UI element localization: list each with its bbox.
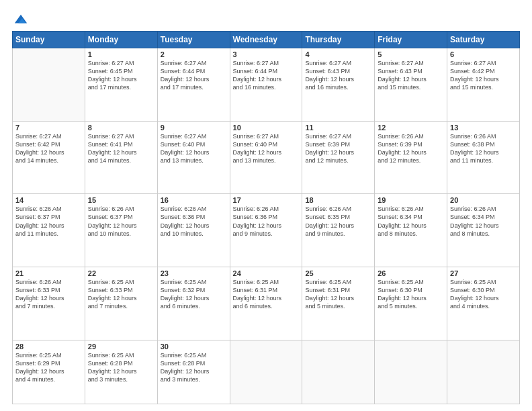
day-number: 24 bbox=[233, 269, 300, 277]
calendar-header-friday: Friday bbox=[375, 32, 447, 48]
day-number: 29 bbox=[88, 342, 154, 351]
calendar-week-4: 21Sunrise: 6:26 AM Sunset: 6:33 PM Dayli… bbox=[13, 267, 520, 340]
calendar-cell: 19Sunrise: 6:26 AM Sunset: 6:34 PM Dayli… bbox=[375, 194, 447, 267]
calendar-cell: 12Sunrise: 6:26 AM Sunset: 6:39 PM Dayli… bbox=[375, 121, 447, 194]
day-info: Sunrise: 6:25 AM Sunset: 6:30 PM Dayligh… bbox=[450, 278, 517, 311]
day-info: Sunrise: 6:26 AM Sunset: 6:34 PM Dayligh… bbox=[450, 205, 517, 238]
day-number: 14 bbox=[15, 196, 82, 204]
day-info: Sunrise: 6:27 AM Sunset: 6:44 PM Dayligh… bbox=[233, 59, 300, 92]
calendar-cell: 22Sunrise: 6:25 AM Sunset: 6:33 PM Dayli… bbox=[85, 267, 157, 340]
calendar-cell: 20Sunrise: 6:26 AM Sunset: 6:34 PM Dayli… bbox=[447, 194, 520, 267]
calendar-cell: 23Sunrise: 6:25 AM Sunset: 6:32 PM Dayli… bbox=[157, 267, 230, 340]
page: SundayMondayTuesdayWednesdayThursdayFrid… bbox=[0, 0, 532, 411]
day-number: 18 bbox=[305, 196, 371, 204]
calendar-cell: 24Sunrise: 6:25 AM Sunset: 6:31 PM Dayli… bbox=[230, 267, 302, 340]
calendar-cell: 16Sunrise: 6:26 AM Sunset: 6:36 PM Dayli… bbox=[157, 194, 230, 267]
logo bbox=[12, 12, 28, 24]
day-number: 21 bbox=[15, 269, 82, 277]
day-number: 28 bbox=[15, 342, 82, 351]
calendar-cell: 17Sunrise: 6:26 AM Sunset: 6:36 PM Dayli… bbox=[230, 194, 302, 267]
day-info: Sunrise: 6:26 AM Sunset: 6:36 PM Dayligh… bbox=[233, 205, 300, 238]
calendar-week-3: 14Sunrise: 6:26 AM Sunset: 6:37 PM Dayli… bbox=[13, 194, 520, 267]
calendar-cell bbox=[13, 48, 85, 122]
calendar-cell: 30Sunrise: 6:25 AM Sunset: 6:28 PM Dayli… bbox=[157, 340, 230, 404]
day-number: 5 bbox=[378, 50, 444, 58]
day-info: Sunrise: 6:26 AM Sunset: 6:36 PM Dayligh… bbox=[161, 205, 227, 238]
calendar-cell: 8Sunrise: 6:27 AM Sunset: 6:41 PM Daylig… bbox=[85, 121, 157, 194]
calendar-week-2: 7Sunrise: 6:27 AM Sunset: 6:42 PM Daylig… bbox=[13, 121, 520, 194]
day-number: 25 bbox=[305, 269, 371, 277]
day-info: Sunrise: 6:25 AM Sunset: 6:32 PM Dayligh… bbox=[161, 278, 227, 311]
day-info: Sunrise: 6:27 AM Sunset: 6:45 PM Dayligh… bbox=[88, 59, 154, 92]
day-number: 6 bbox=[450, 50, 517, 58]
calendar-cell bbox=[447, 340, 520, 404]
day-info: Sunrise: 6:26 AM Sunset: 6:34 PM Dayligh… bbox=[378, 205, 444, 238]
day-number: 3 bbox=[233, 50, 300, 58]
day-info: Sunrise: 6:25 AM Sunset: 6:30 PM Dayligh… bbox=[378, 278, 444, 311]
day-info: Sunrise: 6:25 AM Sunset: 6:31 PM Dayligh… bbox=[305, 278, 371, 311]
calendar-cell: 21Sunrise: 6:26 AM Sunset: 6:33 PM Dayli… bbox=[13, 267, 85, 340]
day-number: 15 bbox=[88, 196, 154, 204]
day-number: 2 bbox=[161, 50, 227, 58]
day-info: Sunrise: 6:26 AM Sunset: 6:33 PM Dayligh… bbox=[15, 278, 82, 311]
calendar-cell: 2Sunrise: 6:27 AM Sunset: 6:44 PM Daylig… bbox=[157, 48, 230, 122]
day-info: Sunrise: 6:26 AM Sunset: 6:37 PM Dayligh… bbox=[15, 205, 82, 238]
day-info: Sunrise: 6:27 AM Sunset: 6:39 PM Dayligh… bbox=[305, 132, 371, 165]
day-number: 7 bbox=[15, 124, 82, 132]
calendar-cell: 9Sunrise: 6:27 AM Sunset: 6:40 PM Daylig… bbox=[157, 121, 230, 194]
logo-icon bbox=[13, 12, 28, 27]
calendar-table: SundayMondayTuesdayWednesdayThursdayFrid… bbox=[12, 31, 520, 404]
day-info: Sunrise: 6:25 AM Sunset: 6:33 PM Dayligh… bbox=[88, 278, 154, 311]
calendar-cell: 11Sunrise: 6:27 AM Sunset: 6:39 PM Dayli… bbox=[302, 121, 375, 194]
day-number: 13 bbox=[450, 124, 517, 132]
day-number: 11 bbox=[305, 124, 371, 132]
day-info: Sunrise: 6:25 AM Sunset: 6:28 PM Dayligh… bbox=[88, 351, 154, 384]
day-info: Sunrise: 6:27 AM Sunset: 6:43 PM Dayligh… bbox=[378, 59, 444, 92]
day-number: 20 bbox=[450, 196, 517, 204]
day-info: Sunrise: 6:25 AM Sunset: 6:28 PM Dayligh… bbox=[161, 351, 227, 384]
day-number: 26 bbox=[378, 269, 444, 277]
calendar-cell: 15Sunrise: 6:26 AM Sunset: 6:37 PM Dayli… bbox=[85, 194, 157, 267]
day-info: Sunrise: 6:26 AM Sunset: 6:37 PM Dayligh… bbox=[88, 205, 154, 238]
day-number: 27 bbox=[450, 269, 517, 277]
calendar-cell: 13Sunrise: 6:26 AM Sunset: 6:38 PM Dayli… bbox=[447, 121, 520, 194]
day-number: 19 bbox=[378, 196, 444, 204]
calendar-cell: 3Sunrise: 6:27 AM Sunset: 6:44 PM Daylig… bbox=[230, 48, 302, 122]
calendar-cell bbox=[375, 340, 447, 404]
day-number: 4 bbox=[305, 50, 371, 58]
day-info: Sunrise: 6:26 AM Sunset: 6:39 PM Dayligh… bbox=[378, 132, 444, 165]
day-number: 23 bbox=[161, 269, 227, 277]
calendar-cell: 14Sunrise: 6:26 AM Sunset: 6:37 PM Dayli… bbox=[13, 194, 85, 267]
day-number: 16 bbox=[161, 196, 227, 204]
calendar-cell bbox=[302, 340, 375, 404]
calendar-header-thursday: Thursday bbox=[302, 32, 375, 48]
calendar-cell: 28Sunrise: 6:25 AM Sunset: 6:29 PM Dayli… bbox=[13, 340, 85, 404]
calendar-cell: 26Sunrise: 6:25 AM Sunset: 6:30 PM Dayli… bbox=[375, 267, 447, 340]
day-number: 22 bbox=[88, 269, 154, 277]
day-info: Sunrise: 6:27 AM Sunset: 6:42 PM Dayligh… bbox=[15, 132, 82, 165]
calendar-cell: 6Sunrise: 6:27 AM Sunset: 6:42 PM Daylig… bbox=[447, 48, 520, 122]
day-info: Sunrise: 6:27 AM Sunset: 6:44 PM Dayligh… bbox=[161, 59, 227, 92]
day-number: 10 bbox=[233, 124, 300, 132]
day-info: Sunrise: 6:27 AM Sunset: 6:42 PM Dayligh… bbox=[450, 59, 517, 92]
calendar-header-saturday: Saturday bbox=[447, 32, 520, 48]
calendar-cell bbox=[230, 340, 302, 404]
calendar-header-tuesday: Tuesday bbox=[157, 32, 230, 48]
day-info: Sunrise: 6:27 AM Sunset: 6:43 PM Dayligh… bbox=[305, 59, 371, 92]
calendar-header-monday: Monday bbox=[85, 32, 157, 48]
day-info: Sunrise: 6:27 AM Sunset: 6:41 PM Dayligh… bbox=[88, 132, 154, 165]
day-info: Sunrise: 6:27 AM Sunset: 6:40 PM Dayligh… bbox=[233, 132, 300, 165]
calendar-cell: 10Sunrise: 6:27 AM Sunset: 6:40 PM Dayli… bbox=[230, 121, 302, 194]
calendar-week-1: 1Sunrise: 6:27 AM Sunset: 6:45 PM Daylig… bbox=[13, 48, 520, 122]
calendar-cell: 29Sunrise: 6:25 AM Sunset: 6:28 PM Dayli… bbox=[85, 340, 157, 404]
calendar-header-row: SundayMondayTuesdayWednesdayThursdayFrid… bbox=[13, 32, 520, 48]
calendar-cell: 1Sunrise: 6:27 AM Sunset: 6:45 PM Daylig… bbox=[85, 48, 157, 122]
calendar-week-5: 28Sunrise: 6:25 AM Sunset: 6:29 PM Dayli… bbox=[13, 340, 520, 404]
day-info: Sunrise: 6:27 AM Sunset: 6:40 PM Dayligh… bbox=[161, 132, 227, 165]
calendar-header-sunday: Sunday bbox=[13, 32, 85, 48]
calendar-cell: 27Sunrise: 6:25 AM Sunset: 6:30 PM Dayli… bbox=[447, 267, 520, 340]
calendar-cell: 4Sunrise: 6:27 AM Sunset: 6:43 PM Daylig… bbox=[302, 48, 375, 122]
day-info: Sunrise: 6:26 AM Sunset: 6:38 PM Dayligh… bbox=[450, 132, 517, 165]
calendar-cell: 5Sunrise: 6:27 AM Sunset: 6:43 PM Daylig… bbox=[375, 48, 447, 122]
day-info: Sunrise: 6:26 AM Sunset: 6:35 PM Dayligh… bbox=[305, 205, 371, 238]
